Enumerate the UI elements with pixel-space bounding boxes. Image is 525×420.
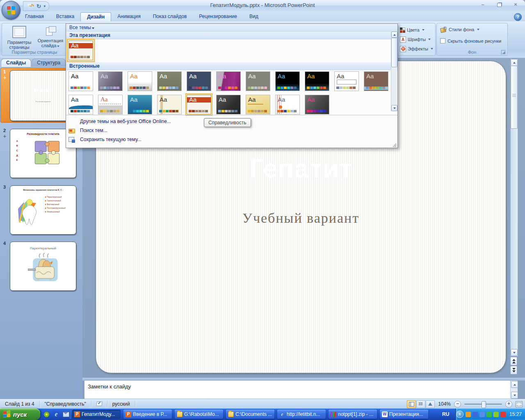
ie-icon[interactable]: e bbox=[52, 411, 60, 418]
theme-colors-button[interactable]: Цвета bbox=[400, 26, 425, 34]
taskbar-task-folder[interactable]: C:\Documents ... bbox=[226, 410, 274, 419]
theme-thumbnail[interactable]: Aa bbox=[98, 71, 123, 91]
theme-thumbnail[interactable]: Aa bbox=[157, 71, 182, 91]
ribbon-tab-view[interactable]: Вид bbox=[243, 12, 265, 21]
security-alert-icon[interactable] bbox=[500, 412, 506, 417]
ribbon-tab-insert[interactable]: Вставка bbox=[50, 12, 81, 21]
slide-orientation-button[interactable]: Ориентация слайда bbox=[36, 26, 65, 48]
theme-name-status[interactable]: "Справедливость" bbox=[40, 401, 91, 407]
notes-scrollbar[interactable] bbox=[510, 381, 518, 399]
scroll-up-icon[interactable] bbox=[511, 59, 518, 66]
zoom-out-icon[interactable]: − bbox=[454, 401, 461, 408]
start-button[interactable]: пуск bbox=[0, 409, 40, 420]
minimize-button[interactable]: – bbox=[477, 2, 488, 8]
close-button[interactable]: × bbox=[510, 2, 521, 8]
gallery-scrollbar-thumb[interactable] bbox=[391, 38, 397, 67]
slideshow-button[interactable] bbox=[426, 400, 435, 408]
theme-thumbnail[interactable]: Aa bbox=[275, 95, 300, 114]
gallery-scrollbar[interactable] bbox=[391, 32, 397, 111]
tray-chevron-icon[interactable]: ‹ bbox=[456, 411, 463, 418]
previous-slide-button[interactable] bbox=[510, 357, 517, 365]
zoom-in-icon[interactable]: + bbox=[505, 401, 512, 408]
slide-thumbnail-3[interactable]: 3 Механизмы заражения гепатитом В, С : П… bbox=[0, 183, 81, 234]
icq-icon[interactable] bbox=[43, 411, 50, 418]
theme-effects-button[interactable]: Эффекты bbox=[400, 45, 433, 53]
notes-scroll-up-icon[interactable] bbox=[511, 381, 518, 388]
vertical-scrollbar[interactable] bbox=[510, 59, 518, 356]
theme-thumbnail[interactable]: Aa bbox=[275, 71, 300, 91]
taskbar-task-powerpoint[interactable]: Введение в Р... bbox=[123, 410, 172, 419]
messenger-icon[interactable] bbox=[479, 412, 485, 417]
theme-thumbnail[interactable]: Aa bbox=[364, 71, 388, 91]
icq-icon[interactable] bbox=[493, 412, 499, 417]
scroll-down-icon[interactable] bbox=[511, 349, 518, 356]
ribbon-tab-design[interactable]: Дизайн bbox=[80, 12, 111, 22]
notes-scroll-down-icon[interactable] bbox=[511, 392, 518, 399]
theme-thumbnail[interactable]: Aa bbox=[187, 71, 211, 91]
theme-thumbnail[interactable]: Aa bbox=[305, 95, 329, 114]
theme-thumbnail[interactable]: Aa bbox=[246, 95, 270, 114]
gallery-scroll-up-icon[interactable] bbox=[391, 32, 397, 38]
language-indicator[interactable]: RU bbox=[442, 411, 449, 417]
taskbar-task-word[interactable]: Презентация... bbox=[380, 410, 428, 419]
hide-background-graphics-checkbox[interactable]: Скрыть фоновые рисунки bbox=[440, 38, 501, 43]
slide-number: 3 bbox=[2, 185, 7, 189]
theme-thumbnail[interactable]: Aa bbox=[98, 95, 123, 114]
theme-thumbnail[interactable]: Aa bbox=[216, 71, 241, 91]
update-icon[interactable] bbox=[466, 412, 471, 417]
next-slide-button[interactable] bbox=[510, 366, 517, 374]
background-dialog-launcher-icon[interactable] bbox=[501, 50, 506, 55]
theme-thumbnail[interactable]: Aa bbox=[216, 95, 241, 114]
slide-subtitle[interactable]: Учебный вариант bbox=[96, 210, 506, 226]
ribbon-tab-review[interactable]: Рецензирование bbox=[193, 12, 243, 21]
theme-thumbnail[interactable]: Aa bbox=[157, 95, 182, 114]
spellcheck-icon bbox=[96, 401, 102, 406]
network-icon[interactable] bbox=[472, 412, 478, 417]
background-styles-button[interactable]: Стили фона bbox=[440, 27, 479, 32]
fit-to-window-icon[interactable] bbox=[516, 401, 523, 407]
normal-view-button[interactable] bbox=[407, 400, 416, 408]
theme-thumbnail[interactable]: Aa bbox=[68, 71, 93, 91]
zoom-slider[interactable] bbox=[464, 404, 502, 405]
page-setup-button[interactable]: Параметры страницы bbox=[5, 26, 34, 50]
mail-icon[interactable] bbox=[62, 411, 70, 418]
taskbar-task-winrar[interactable]: notppt[1].zip - ... bbox=[329, 410, 377, 419]
ribbon-tab-animations[interactable]: Анимация bbox=[111, 12, 146, 21]
notes-pane[interactable]: Заметки к слайду bbox=[84, 380, 518, 399]
restore-button[interactable] bbox=[494, 2, 504, 8]
tab-outline[interactable]: Структура bbox=[32, 59, 66, 67]
ribbon-tab-home[interactable]: Главная bbox=[19, 12, 50, 21]
tab-slides[interactable]: Слайды bbox=[1, 59, 31, 67]
taskbar-task-powerpoint[interactable]: ГепатитМоду... bbox=[72, 410, 121, 419]
theme-thumbnail[interactable]: Aa bbox=[68, 95, 93, 114]
notes-placeholder[interactable]: Заметки к слайду bbox=[88, 383, 131, 390]
ribbon-tab-slideshow[interactable]: Показ слайдов bbox=[147, 12, 193, 21]
antivirus-ok-icon[interactable] bbox=[486, 412, 492, 417]
gallery-menu-item[interactable]: Сохранить текущую тему... bbox=[66, 135, 397, 144]
language-status[interactable]: русский bbox=[107, 401, 135, 407]
theme-thumbnail[interactable]: Aa bbox=[128, 95, 152, 114]
theme-thumbnail[interactable]: Aa bbox=[246, 71, 270, 91]
gallery-menu-item[interactable]: Поиск тем... bbox=[66, 126, 397, 135]
slide-sorter-button[interactable] bbox=[416, 400, 425, 408]
slide-title[interactable]: Гепатит bbox=[249, 153, 353, 184]
taskbar-task-ie[interactable]: ehttp://letitbit.n... bbox=[277, 410, 326, 419]
theme-thumbnail[interactable]: Aa bbox=[68, 41, 93, 60]
theme-fonts-button[interactable]: A Шрифты bbox=[400, 35, 431, 43]
theme-thumbnail[interactable]: Aa bbox=[128, 71, 152, 91]
gallery-scroll-down-icon[interactable] bbox=[391, 105, 397, 111]
scrollbar-thumb[interactable] bbox=[511, 66, 518, 129]
theme-thumbnail[interactable]: Aa bbox=[305, 71, 329, 91]
ie-icon: e bbox=[279, 411, 285, 417]
gallery-resize-grip[interactable] bbox=[393, 143, 397, 147]
theme-thumbnail[interactable]: Aa bbox=[334, 71, 359, 91]
help-icon[interactable]: ? bbox=[514, 13, 522, 21]
office-button[interactable] bbox=[2, 1, 21, 20]
taskbar-task-folder[interactable]: G:\Rabota\Mo... bbox=[175, 410, 223, 419]
zoom-level[interactable]: 104% bbox=[438, 401, 451, 407]
slide-thumbnail-4[interactable]: 4 Парентеральный bbox=[0, 239, 81, 290]
theme-thumbnail[interactable]: Aa bbox=[187, 95, 211, 114]
zoom-slider-thumb[interactable] bbox=[482, 401, 486, 408]
spellcheck-status[interactable] bbox=[91, 401, 107, 407]
gallery-header[interactable]: Все темы bbox=[66, 24, 397, 32]
